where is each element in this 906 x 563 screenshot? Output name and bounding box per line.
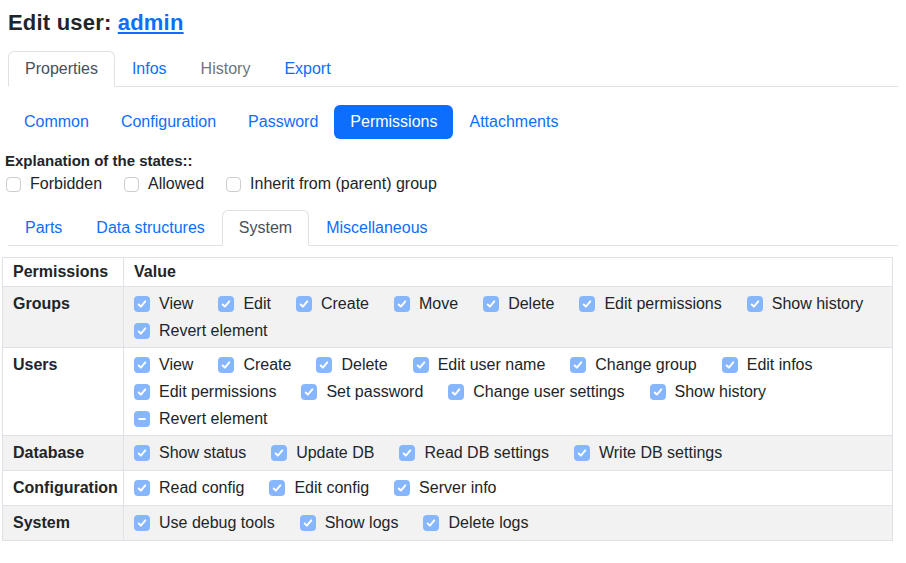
checkbox-groups-move[interactable] [394, 296, 410, 312]
tab-parts[interactable]: Parts [8, 210, 79, 246]
permission-groups-edit[interactable]: Edit [218, 295, 271, 313]
permission-database-read-db-settings[interactable]: Read DB settings [399, 444, 549, 462]
permission-label: View [159, 356, 193, 374]
legend-option-forbidden[interactable]: Forbidden [6, 175, 102, 193]
tab-export[interactable]: Export [267, 51, 347, 87]
checkbox-configuration-edit-config[interactable] [269, 480, 285, 496]
permission-groups-show-history[interactable]: Show history [747, 295, 864, 313]
check-icon [271, 482, 283, 494]
checkbox-users-revert-element[interactable] [134, 411, 150, 427]
checkbox-users-delete[interactable] [316, 357, 332, 373]
checkbox-users-create[interactable] [218, 357, 234, 373]
pill-password[interactable]: Password [232, 105, 334, 139]
checkbox-system-delete-logs[interactable] [423, 515, 439, 531]
permission-database-show-status[interactable]: Show status [134, 444, 246, 462]
permission-label: Read DB settings [424, 444, 549, 462]
checkbox-users-edit-permissions[interactable] [134, 384, 150, 400]
check-icon [136, 359, 148, 371]
checkbox-groups-create[interactable] [296, 296, 312, 312]
tab-data-structures[interactable]: Data structures [79, 210, 221, 246]
pill-permissions[interactable]: Permissions [334, 105, 453, 139]
checkbox-users-view[interactable] [134, 357, 150, 373]
check-icon [652, 386, 664, 398]
row-category-label: Users [3, 348, 124, 436]
legend-option-allowed[interactable]: Allowed [124, 175, 204, 193]
checkbox-groups-edit-permissions[interactable] [579, 296, 595, 312]
permission-users-change-user-settings[interactable]: Change user settings [448, 383, 624, 401]
checkbox-inherit-from-parent-group[interactable] [226, 177, 241, 192]
permission-groups-delete[interactable]: Delete [483, 295, 554, 313]
permission-groups-view[interactable]: View [134, 295, 193, 313]
permission-users-show-history[interactable]: Show history [650, 383, 767, 401]
checkbox-users-show-history[interactable] [650, 384, 666, 400]
permission-system-show-logs[interactable]: Show logs [300, 514, 399, 532]
legend-option-inherit-from-parent-group[interactable]: Inherit from (parent) group [226, 175, 437, 193]
permission-users-create[interactable]: Create [218, 356, 291, 374]
permission-groups-revert-element[interactable]: Revert element [134, 322, 268, 340]
column-header-permissions: Permissions [3, 258, 124, 287]
tab-infos[interactable]: Infos [115, 51, 184, 87]
permission-users-set-password[interactable]: Set password [301, 383, 423, 401]
permission-configuration-edit-config[interactable]: Edit config [269, 479, 369, 497]
checkbox-line: Use debug toolsShow logsDelete logs [134, 509, 882, 536]
checkbox-forbidden[interactable] [6, 177, 21, 192]
pill-configuration[interactable]: Configuration [105, 105, 232, 139]
permission-users-view[interactable]: View [134, 356, 193, 374]
permission-users-delete[interactable]: Delete [316, 356, 387, 374]
checkbox-groups-delete[interactable] [483, 296, 499, 312]
permission-label: Delete logs [448, 514, 528, 532]
checkbox-configuration-read-config[interactable] [134, 480, 150, 496]
tab-properties[interactable]: Properties [8, 51, 115, 87]
permission-groups-move[interactable]: Move [394, 295, 458, 313]
permission-label: Show status [159, 444, 246, 462]
edited-user-link[interactable]: admin [118, 10, 184, 35]
permission-database-update-db[interactable]: Update DB [271, 444, 374, 462]
checkbox-users-change-group[interactable] [570, 357, 586, 373]
pill-attachments[interactable]: Attachments [453, 105, 574, 139]
checkbox-system-use-debug-tools[interactable] [134, 515, 150, 531]
page-title-prefix: Edit user: [8, 10, 118, 35]
tab-miscellaneous[interactable]: Miscellaneous [309, 210, 444, 246]
checkbox-database-update-db[interactable] [271, 445, 287, 461]
permission-label: Edit user name [438, 356, 546, 374]
permission-label: Change group [595, 356, 696, 374]
permission-users-edit-infos[interactable]: Edit infos [722, 356, 813, 374]
permission-system-delete-logs[interactable]: Delete logs [423, 514, 528, 532]
tab-system[interactable]: System [222, 210, 309, 246]
permission-users-revert-element[interactable]: Revert element [134, 410, 268, 428]
checkbox-system-show-logs[interactable] [300, 515, 316, 531]
permission-system-use-debug-tools[interactable]: Use debug tools [134, 514, 275, 532]
permission-label: Use debug tools [159, 514, 275, 532]
checkbox-users-change-user-settings[interactable] [448, 384, 464, 400]
permission-label: Edit config [294, 479, 369, 497]
checkbox-database-show-status[interactable] [134, 445, 150, 461]
checkbox-users-edit-infos[interactable] [722, 357, 738, 373]
checkbox-database-write-db-settings[interactable] [574, 445, 590, 461]
check-icon [396, 482, 408, 494]
permission-configuration-server-info[interactable]: Server info [394, 479, 496, 497]
permission-label: Show history [772, 295, 864, 313]
check-icon [220, 298, 232, 310]
checkbox-allowed[interactable] [124, 177, 139, 192]
checkbox-groups-edit[interactable] [218, 296, 234, 312]
table-row-database: DatabaseShow statusUpdate DBRead DB sett… [3, 436, 893, 471]
row-value-cell: ViewCreateDeleteEdit user nameChange gro… [124, 348, 893, 436]
permission-groups-edit-permissions[interactable]: Edit permissions [579, 295, 721, 313]
legend-option-label: Allowed [148, 175, 204, 193]
pill-common[interactable]: Common [8, 105, 105, 139]
permission-users-edit-user-name[interactable]: Edit user name [413, 356, 546, 374]
checkbox-groups-show-history[interactable] [747, 296, 763, 312]
permission-users-edit-permissions[interactable]: Edit permissions [134, 383, 276, 401]
checkbox-database-read-db-settings[interactable] [399, 445, 415, 461]
checkbox-users-set-password[interactable] [301, 384, 317, 400]
checkbox-users-edit-user-name[interactable] [413, 357, 429, 373]
checkbox-groups-view[interactable] [134, 296, 150, 312]
permission-groups-create[interactable]: Create [296, 295, 369, 313]
permission-database-write-db-settings[interactable]: Write DB settings [574, 444, 722, 462]
check-icon [318, 359, 330, 371]
checkbox-groups-revert-element[interactable] [134, 323, 150, 339]
permission-configuration-read-config[interactable]: Read config [134, 479, 244, 497]
section-tab-bar: PartsData structuresSystemMiscellaneous [8, 210, 898, 246]
checkbox-configuration-server-info[interactable] [394, 480, 410, 496]
permission-users-change-group[interactable]: Change group [570, 356, 696, 374]
